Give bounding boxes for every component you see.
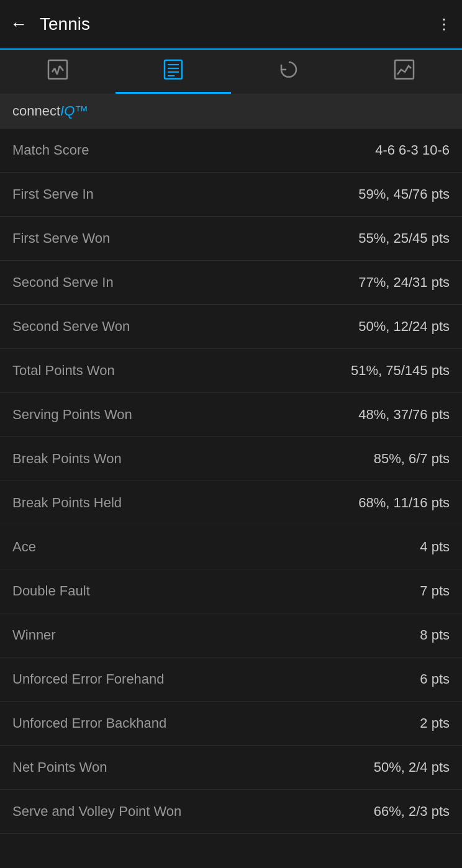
stat-row: Winner 8 pts xyxy=(0,613,462,658)
stat-label: Ace xyxy=(12,539,36,555)
stat-label: Second Serve In xyxy=(12,274,114,291)
activity-icon xyxy=(47,58,69,85)
lap-icon xyxy=(278,58,300,85)
stat-row: Ace 4 pts xyxy=(0,525,462,569)
stat-value: 4 pts xyxy=(420,539,450,555)
stat-row: Unforced Error Forehand 6 pts xyxy=(0,658,462,702)
stat-row: Break Points Won 85%, 6/7 pts xyxy=(0,437,462,481)
stat-label: Serve and Volley Point Won xyxy=(12,803,181,820)
stat-label: First Serve In xyxy=(12,186,94,202)
stat-row: Second Serve Won 50%, 12/24 pts xyxy=(0,305,462,349)
stat-label: Serving Points Won xyxy=(12,407,132,423)
stat-value: 66%, 2/3 pts xyxy=(374,803,450,820)
tab-lap[interactable] xyxy=(231,50,346,94)
stat-row: First Serve In 59%, 45/76 pts xyxy=(0,173,462,217)
stat-label: Break Points Won xyxy=(12,451,122,467)
stat-row: Serve and Volley Point Won 66%, 2/3 pts xyxy=(0,790,462,834)
stat-row: Serving Points Won 48%, 37/76 pts xyxy=(0,393,462,437)
tab-chart[interactable] xyxy=(346,50,462,94)
stat-row: Unforced Error Backhand 2 pts xyxy=(0,702,462,746)
stat-row: Match Score 4-6 6-3 10-6 xyxy=(0,129,462,173)
stat-value: 51%, 75/145 pts xyxy=(351,363,450,379)
stat-label: Unforced Error Forehand xyxy=(12,671,165,687)
chart-icon xyxy=(393,58,415,85)
stat-label: Total Points Won xyxy=(12,363,115,379)
back-button[interactable]: ← xyxy=(10,14,27,34)
tab-stats[interactable] xyxy=(116,50,231,94)
stat-label: Second Serve Won xyxy=(12,319,130,335)
stat-label: First Serve Won xyxy=(12,230,110,246)
stat-value: 7 pts xyxy=(420,583,450,599)
stat-row: Net Points Won 50%, 2/4 pts xyxy=(0,746,462,790)
stat-row: Break Points Held 68%, 11/16 pts xyxy=(0,481,462,525)
stat-value: 77%, 24/31 pts xyxy=(358,274,450,291)
stat-row: First Serve Won 55%, 25/45 pts xyxy=(0,217,462,261)
stat-value: 59%, 45/76 pts xyxy=(358,186,450,202)
tab-activity[interactable] xyxy=(0,50,116,94)
stat-label: Double Fault xyxy=(12,583,90,599)
stat-label: Break Points Held xyxy=(12,495,122,511)
svg-rect-10 xyxy=(395,60,414,79)
stat-value: 8 pts xyxy=(420,627,450,643)
stat-row: Second Serve In 77%, 24/31 pts xyxy=(0,261,462,305)
stat-value: 2 pts xyxy=(420,715,450,731)
page-title: Tennis xyxy=(40,14,437,34)
stat-value: 48%, 37/76 pts xyxy=(358,407,450,423)
stat-label: Winner xyxy=(12,627,56,643)
stat-value: 85%, 6/7 pts xyxy=(374,451,450,467)
stat-row: Total Points Won 51%, 75/145 pts xyxy=(0,349,462,393)
stat-label: Unforced Error Backhand xyxy=(12,715,166,731)
svg-line-4 xyxy=(60,66,63,71)
stat-value: 4-6 6-3 10-6 xyxy=(375,142,450,158)
stat-row: Double Fault 7 pts xyxy=(0,569,462,613)
stat-value: 50%, 12/24 pts xyxy=(358,319,450,335)
stat-label: Match Score xyxy=(12,142,89,158)
stat-value: 68%, 11/16 pts xyxy=(358,495,450,511)
stat-value: 50%, 2/4 pts xyxy=(374,759,450,775)
list-icon xyxy=(162,58,184,85)
connect-iq-label: connectIQ™ xyxy=(12,103,88,119)
tab-bar xyxy=(0,50,462,94)
svg-line-3 xyxy=(57,66,60,75)
stat-label: Net Points Won xyxy=(12,759,107,775)
stats-list: Match Score 4-6 6-3 10-6 First Serve In … xyxy=(0,129,462,834)
menu-button[interactable]: ⋮ xyxy=(437,16,452,33)
stat-value: 6 pts xyxy=(420,671,450,687)
stat-value: 55%, 25/45 pts xyxy=(358,230,450,246)
header: ← Tennis ⋮ xyxy=(0,0,462,50)
connect-iq-banner: connectIQ™ xyxy=(0,94,462,129)
